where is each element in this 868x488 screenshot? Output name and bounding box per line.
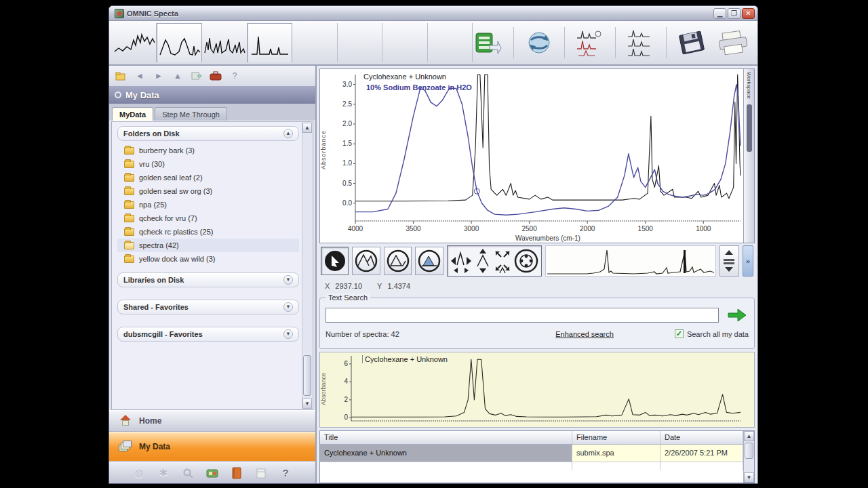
maximize-button[interactable]: ❐ bbox=[728, 8, 741, 19]
svg-text:1.5: 1.5 bbox=[342, 140, 352, 147]
up-icon[interactable]: ▲ bbox=[172, 70, 184, 82]
spectrum-thumbnail-empty-4[interactable] bbox=[428, 23, 473, 62]
nav-item-my-data[interactable]: My Data bbox=[109, 432, 315, 462]
user-favorites-header[interactable]: dubsmcgill - Favorites ▼ bbox=[117, 327, 299, 342]
title-bar[interactable]: OMNIC Specta ▁ ❐ ✕ bbox=[109, 6, 757, 21]
scroll-up-icon[interactable]: ▲ bbox=[744, 431, 754, 441]
table-row-partial[interactable] bbox=[320, 462, 743, 470]
scrollbar-thumb[interactable] bbox=[745, 443, 753, 459]
pushpin-icon[interactable] bbox=[115, 92, 121, 98]
more-tools-button[interactable]: » bbox=[743, 245, 753, 277]
spectrum-thumbnail-2[interactable] bbox=[157, 23, 202, 62]
pan-horizontal-icon[interactable] bbox=[450, 247, 473, 274]
new-folder-icon[interactable] bbox=[115, 70, 127, 82]
folder-item-selected[interactable]: spectra (42) bbox=[117, 239, 299, 252]
workspace-strip[interactable]: Workspace bbox=[743, 69, 754, 243]
home-icon bbox=[119, 415, 132, 427]
minimize-button[interactable]: ▁ bbox=[713, 8, 726, 19]
stack-toggle-button[interactable] bbox=[719, 245, 740, 277]
full-scale-button[interactable] bbox=[352, 247, 380, 275]
zoom-region-button[interactable] bbox=[415, 247, 443, 275]
column-date[interactable]: Date bbox=[660, 431, 743, 444]
favorites-star-icon[interactable]: ✱ bbox=[157, 466, 170, 480]
spectrum-thumbnail-3[interactable] bbox=[202, 23, 247, 62]
chart-toolbar: » bbox=[319, 243, 755, 279]
folders-on-disk-header[interactable]: Folders on Disk ▲ bbox=[117, 126, 299, 141]
column-filename[interactable]: Filename bbox=[572, 431, 660, 444]
checkbox-checked-icon[interactable]: ✓ bbox=[675, 329, 684, 338]
app-logo-icon bbox=[115, 9, 124, 18]
library-cube-icon[interactable] bbox=[205, 466, 219, 480]
spectrum-thumbnail-1[interactable] bbox=[112, 23, 157, 62]
folder-item[interactable]: golden seal sw org (3) bbox=[117, 184, 299, 198]
tab-step-me-through[interactable]: Step Me Through bbox=[155, 107, 227, 121]
save-icon[interactable] bbox=[676, 27, 707, 58]
scroll-up-icon[interactable]: ▲ bbox=[302, 123, 312, 133]
folder-item[interactable]: burberry bark (3) bbox=[117, 144, 299, 157]
web-update-icon[interactable] bbox=[524, 27, 555, 58]
result-chart-ylabel: Absorbance bbox=[320, 373, 327, 405]
spectrum-thumbnail-empty-1[interactable] bbox=[292, 23, 337, 62]
table-scrollbar[interactable]: ▲ ▼ bbox=[743, 431, 754, 483]
folder-item[interactable]: npa (25) bbox=[117, 198, 299, 211]
archive-box-icon[interactable] bbox=[254, 466, 268, 480]
back-icon[interactable]: ◄ bbox=[134, 70, 146, 82]
search-all-checkbox-wrap[interactable]: ✓ Search all my data bbox=[675, 329, 749, 338]
search-go-button[interactable] bbox=[726, 306, 749, 324]
stacked-spectra-icon[interactable] bbox=[625, 27, 656, 58]
forward-icon[interactable]: ► bbox=[153, 70, 165, 82]
folder-item[interactable]: qcheck rc plastics (25) bbox=[117, 225, 299, 239]
shared-favorites-header[interactable]: Shared - Favorites ▼ bbox=[117, 300, 299, 314]
spectrum-thumbnail-empty-3[interactable] bbox=[382, 23, 427, 62]
nav-item-home[interactable]: Home bbox=[109, 410, 315, 432]
help-icon[interactable]: ? bbox=[279, 466, 292, 480]
spectrum-overview-strip[interactable] bbox=[545, 245, 716, 277]
cell-title[interactable]: Cyclohexane + Unknown bbox=[320, 445, 572, 462]
result-spectrum-chart[interactable]: Absorbance 6420 Cyclohexane + Unknown bbox=[319, 352, 755, 428]
folder-item[interactable]: golden seal leaf (2) bbox=[117, 171, 299, 184]
compare-spectra-icon[interactable] bbox=[574, 27, 606, 58]
book-icon[interactable] bbox=[230, 466, 243, 480]
tab-mydata[interactable]: MyData bbox=[112, 107, 153, 121]
toolbar-separator-4 bbox=[666, 27, 667, 58]
select-tool-button[interactable] bbox=[321, 247, 349, 275]
table-row-selected[interactable]: Cyclohexane + Unknown submix.spa 2/26/20… bbox=[320, 445, 743, 462]
tree-scrollbar[interactable]: ▲ ▼ bbox=[302, 123, 312, 409]
folder-item[interactable]: vru (30) bbox=[117, 157, 299, 171]
search-input[interactable] bbox=[326, 308, 719, 323]
main-spectrum-chart[interactable]: Absorbance 3.02.52.01.51.00.50.040003500… bbox=[319, 68, 755, 243]
folder-item[interactable]: yellow dock aw wild (3) bbox=[117, 252, 299, 266]
close-button[interactable]: ✕ bbox=[742, 8, 755, 19]
pan-vertical-icon[interactable] bbox=[474, 247, 492, 274]
scrollbar-thumb[interactable] bbox=[303, 355, 311, 396]
folder-icon bbox=[124, 256, 134, 263]
scroll-down-icon[interactable]: ▼ bbox=[744, 472, 754, 483]
svg-text:0: 0 bbox=[344, 413, 348, 421]
expand-chevron-icon[interactable]: ▼ bbox=[283, 275, 293, 285]
scroll-down-icon[interactable]: ▼ bbox=[302, 399, 312, 409]
libraries-on-disk-header[interactable]: Libraries on Disk ▼ bbox=[117, 272, 299, 287]
toolbox-icon[interactable] bbox=[210, 70, 222, 82]
expand-chevron-icon[interactable]: ▼ bbox=[283, 329, 293, 339]
autoscale-button[interactable] bbox=[384, 247, 412, 275]
workspace-splitter-handle[interactable] bbox=[747, 104, 752, 152]
collapse-chevron-icon[interactable]: ▲ bbox=[283, 129, 293, 138]
expand-all-icon[interactable] bbox=[493, 247, 512, 274]
enhanced-search-link[interactable]: Enhanced search bbox=[555, 330, 614, 338]
svg-text:1500: 1500 bbox=[638, 225, 654, 232]
globe-icon[interactable]: ◍ bbox=[132, 466, 146, 480]
spectrum-thumbnail-empty-2[interactable] bbox=[338, 23, 382, 62]
help-icon[interactable]: ? bbox=[229, 70, 241, 82]
cell-filename[interactable]: submix.spa bbox=[572, 445, 660, 462]
search-icon[interactable] bbox=[181, 466, 195, 480]
expand-chevron-icon[interactable]: ▼ bbox=[283, 302, 293, 312]
export-report-icon[interactable] bbox=[473, 27, 504, 58]
cell-date[interactable]: 2/26/2007 5:21 PM bbox=[660, 445, 743, 462]
column-title[interactable]: Title bbox=[320, 431, 572, 444]
roll-zoom-icon[interactable] bbox=[513, 248, 539, 274]
folder-item[interactable]: qcheck for vru (7) bbox=[117, 211, 299, 225]
spectrum-thumbnail-4[interactable] bbox=[248, 23, 293, 62]
export-icon[interactable] bbox=[191, 70, 203, 82]
x-value: 2937.10 bbox=[335, 282, 362, 290]
print-icon[interactable] bbox=[717, 27, 748, 58]
